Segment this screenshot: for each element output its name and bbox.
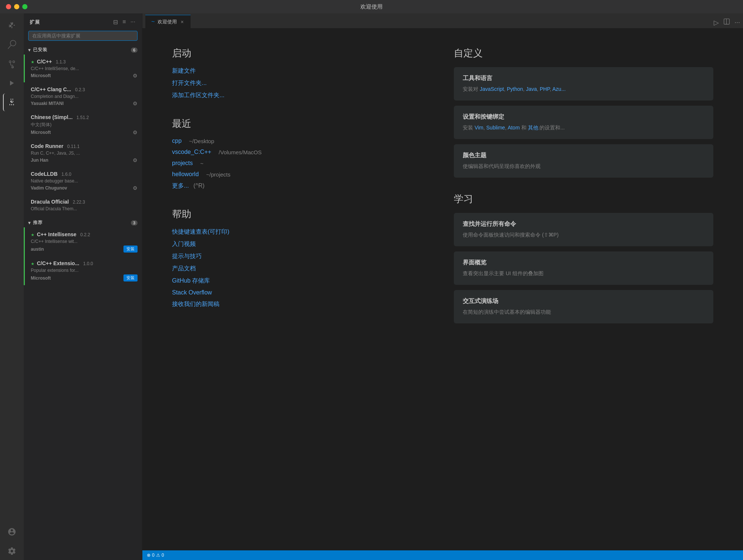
recent-path: /Volumes/MacOS <box>219 149 262 155</box>
recent-item-vscode[interactable]: vscode_C:C++ /Volumes/MacOS <box>172 149 432 155</box>
split-editor-button[interactable] <box>723 18 730 27</box>
ext-version: 1.6.0 <box>62 172 72 177</box>
app-body: 扩展 ⊟ ≡ ··· ▾ 已安装 6 <box>0 13 743 560</box>
recent-item-projects[interactable]: projects ~ <box>172 160 432 167</box>
extension-item-codelldb[interactable]: CodeLLDB 1.6.0 Native debugger base... V… <box>24 167 142 195</box>
sort-icon[interactable]: ≡ <box>122 18 126 26</box>
ext-item-bottom: Microsoft 安装 <box>31 274 138 281</box>
recent-label: projects <box>172 160 193 167</box>
stackoverflow-link[interactable]: Stack Overflow <box>172 289 432 296</box>
ext-settings-icon[interactable]: ⚙ <box>133 157 138 163</box>
run-debug-activity-icon[interactable] <box>3 74 21 92</box>
minimize-traffic-light[interactable] <box>14 4 19 9</box>
source-control-activity-icon[interactable] <box>3 55 21 73</box>
status-bar: ⊗ 0 ⚠ 0 <box>142 550 743 560</box>
tab-close-button[interactable]: × <box>180 18 184 26</box>
featured-star-icon: ★ <box>31 261 34 266</box>
ext-settings-icon[interactable]: ⚙ <box>133 73 138 79</box>
customize-section: 自定义 工具和语言 安装对 JavaScript, Python, Java, … <box>454 47 713 178</box>
ext-author: Microsoft <box>31 73 51 78</box>
help-title: 帮助 <box>172 208 432 221</box>
close-traffic-light[interactable] <box>6 4 11 9</box>
welcome-tab[interactable]: ~ 欢迎使用 × <box>145 15 191 28</box>
new-file-link[interactable]: 新建文件 <box>172 67 432 75</box>
recent-item-helloworld[interactable]: helloworld ~/projects <box>172 171 432 178</box>
extension-item-cpp[interactable]: ★ C/C++ 1.1.3 C/C++ IntelliSense, de... … <box>24 55 142 82</box>
intro-video-link[interactable]: 入门视频 <box>172 240 432 248</box>
interactive-playground-card[interactable]: 交互式演练场 在简短的演练中尝试基本的编辑器功能 <box>454 290 713 323</box>
sidebar-header: 扩展 ⊟ ≡ ··· <box>24 13 142 29</box>
ext-name: C/C++ Extensio... <box>37 260 79 266</box>
error-count[interactable]: ⊗ 0 ⚠ 0 <box>147 553 164 558</box>
error-icon: ⊗ <box>147 553 151 558</box>
install-button[interactable]: 安装 <box>123 274 138 281</box>
open-folder-link[interactable]: 打开文件夹... <box>172 79 432 87</box>
settings-activity-icon[interactable] <box>3 542 21 560</box>
more-actions-button[interactable]: ··· <box>734 19 740 26</box>
sidebar-actions: ⊟ ≡ ··· <box>112 18 136 26</box>
learn-section: 学习 查找并运行所有命令 使用命令面板快速访问和搜索命令 (⇧⌘P) 界面概览 … <box>454 192 713 323</box>
ext-settings-icon[interactable]: ⚙ <box>133 101 138 106</box>
titlebar: 欢迎使用 <box>0 0 743 13</box>
more-recent-link[interactable]: 更多... <box>172 182 189 189</box>
extension-item-code-runner[interactable]: Code Runner 0.11.1 Run C, C++, Java, JS,… <box>24 139 142 167</box>
recent-item-cpp[interactable]: cpp ~/Desktop <box>172 138 432 144</box>
extension-item-cpp-extension-pack[interactable]: ★ C/C++ Extensio... 1.0.0 Popular extens… <box>24 256 142 285</box>
interface-overview-card[interactable]: 界面概览 查看突出显示主要 UI 组件的叠加图 <box>454 251 713 285</box>
recommended-section-header[interactable]: ▾ 推荐 3 <box>24 217 142 227</box>
ext-item-top: C/C++ Clang C... 0.2.3 <box>31 86 138 93</box>
search-input[interactable] <box>28 31 138 41</box>
chevron-down-icon: ▾ <box>28 220 31 225</box>
color-theme-card[interactable]: 颜色主题 使编辑器和代码呈现你喜欢的外观 <box>454 144 713 178</box>
find-commands-card[interactable]: 查找并运行所有命令 使用命令面板快速访问和搜索命令 (⇧⌘P) <box>454 213 713 246</box>
recent-label: vscode_C:C++ <box>172 149 211 155</box>
extension-item-cpp-intellisense[interactable]: ★ C++ Intellisense 0.2.2 C/C++ Intellise… <box>24 227 142 256</box>
account-activity-icon[interactable] <box>3 523 21 541</box>
help-section: 帮助 快捷键速查表(可打印) 入门视频 提示与技巧 产品文档 GitHub 存储… <box>172 208 432 308</box>
ext-item-top: CodeLLDB 1.6.0 <box>31 171 138 177</box>
shortcuts-link[interactable]: 快捷键速查表(可打印) <box>172 228 432 236</box>
tips-tricks-link[interactable]: 提示与技巧 <box>172 253 432 260</box>
ext-desc: C/C++ IntelliSense, de... <box>31 66 138 71</box>
tools-languages-card[interactable]: 工具和语言 安装对 JavaScript, Python, Java, PHP,… <box>454 67 713 101</box>
filter-icon[interactable]: ⊟ <box>112 18 119 26</box>
extension-item-dracula[interactable]: Dracula Official 2.22.3 Official Dracula… <box>24 195 142 217</box>
warning-count-value: 0 <box>162 553 164 558</box>
ext-settings-icon[interactable]: ⚙ <box>133 129 138 135</box>
product-docs-link[interactable]: 产品文档 <box>172 265 432 273</box>
more-actions-icon[interactable]: ··· <box>130 18 136 26</box>
newsletter-link[interactable]: 接收我们的新闻稿 <box>172 300 432 308</box>
card-desc: 安装对 JavaScript, Python, Java, PHP, Azu..… <box>463 85 704 93</box>
card-title: 界面概览 <box>463 259 704 267</box>
ext-desc: C/C++ Intellisense wit... <box>31 239 138 244</box>
ext-version: 1.1.3 <box>56 59 66 65</box>
recent-label: cpp <box>172 138 182 144</box>
extension-item-clang[interactable]: C/C++ Clang C... 0.2.3 Completion and Di… <box>24 82 142 110</box>
maximize-traffic-light[interactable] <box>22 4 27 9</box>
ext-name: C/C++ Clang C... <box>31 86 71 92</box>
ext-author: Microsoft <box>31 276 51 281</box>
installed-section-header[interactable]: ▾ 已安装 6 <box>24 44 142 55</box>
ext-settings-icon[interactable]: ⚙ <box>133 185 138 191</box>
extensions-view-activity-icon[interactable] <box>3 93 21 111</box>
card-title: 交互式演练场 <box>463 297 704 305</box>
github-repo-link[interactable]: GitHub 存储库 <box>172 277 432 285</box>
add-workspace-link[interactable]: 添加工作区文件夹... <box>172 92 432 99</box>
ext-version: 1.0.0 <box>83 261 93 266</box>
ext-item-top: Code Runner 0.11.1 <box>31 143 138 149</box>
extensions-activity-icon[interactable] <box>3 16 21 34</box>
run-button[interactable]: ▷ <box>714 19 719 27</box>
ext-item-top: Dracula Official 2.22.3 <box>31 198 138 205</box>
settings-keybindings-card[interactable]: 设置和按键绑定 安装 Vim, Sublime, Atom 和 其他 的设置和.… <box>454 106 713 139</box>
install-button[interactable]: 安装 <box>123 246 138 253</box>
ext-version: 0.2.3 <box>75 87 85 92</box>
search-container <box>24 29 142 44</box>
ext-version: 1.51.2 <box>76 115 89 120</box>
learn-title: 学习 <box>454 192 713 205</box>
ext-author: Yasuaki MITANI <box>31 101 63 106</box>
recommended-section-label: ▾ 推荐 <box>28 220 43 226</box>
error-count-value: 0 <box>152 553 155 558</box>
extension-item-chinese[interactable]: Chinese (Simpl... 1.51.2 中文(简体) Microsof… <box>24 110 142 139</box>
search-activity-icon[interactable] <box>3 36 21 53</box>
card-title: 设置和按键绑定 <box>463 113 704 121</box>
